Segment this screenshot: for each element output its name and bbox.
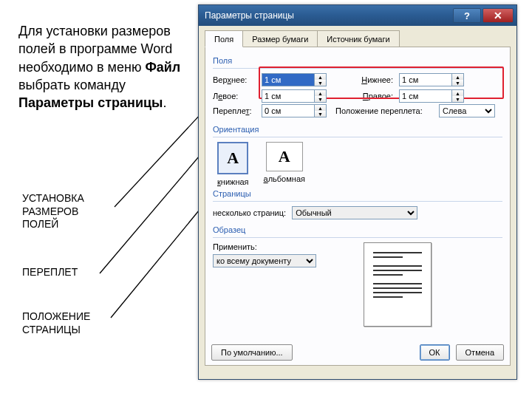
instruction-text: Для установки размеров полей в программе… bbox=[18, 22, 181, 112]
spin-up-icon[interactable]: ▲ bbox=[315, 90, 326, 96]
spin-down-icon[interactable]: ▼ bbox=[315, 96, 326, 102]
callout-margins: УСТАНОВКАРАЗМЕРОВПОЛЕЙ bbox=[22, 192, 84, 231]
default-button[interactable]: По умолчанию... bbox=[211, 344, 293, 361]
titlebar: Параметры страницы ? ✕ bbox=[199, 5, 516, 26]
help-button[interactable]: ? bbox=[453, 8, 481, 23]
margins-grid: Верхнее: ▲▼ Нижнее: ▲▼ Левое: ▲▼ Правое:… bbox=[213, 73, 502, 103]
callout-orientation: ПОЛОЖЕНИЕСТРАНИЦЫ bbox=[22, 310, 90, 336]
label-right: Правое: bbox=[335, 92, 393, 100]
spin-up-icon[interactable]: ▲ bbox=[315, 74, 326, 80]
instr-bold1: Файл bbox=[145, 60, 180, 75]
spin-down-icon[interactable]: ▼ bbox=[315, 80, 326, 86]
gutter-position-select[interactable]: Слева bbox=[439, 104, 495, 117]
cancel-button[interactable]: Отмена bbox=[456, 344, 504, 361]
label-gutter-position: Положение переплета: bbox=[335, 106, 433, 115]
bottom-margin-field[interactable] bbox=[399, 73, 452, 86]
label-bottom: Нижнее: bbox=[335, 75, 393, 84]
spin-down-icon[interactable]: ▼ bbox=[452, 80, 463, 86]
group-sample-label: Образец bbox=[213, 225, 502, 234]
input-bottom-margin[interactable]: ▲▼ bbox=[399, 73, 467, 86]
tab-strip: Поля Размер бумаги Источник бумаги bbox=[199, 26, 516, 47]
orientation-row: A книжная A альбомная bbox=[217, 142, 502, 186]
ok-button[interactable]: ОК bbox=[420, 344, 450, 361]
group-orientation-rule bbox=[213, 137, 502, 137]
orientation-landscape[interactable]: A альбомная bbox=[264, 142, 305, 186]
dialog-button-row: По умолчанию... ОК Отмена bbox=[211, 344, 504, 361]
portrait-caption: книжная bbox=[217, 177, 249, 186]
spin-down-icon[interactable]: ▼ bbox=[315, 111, 326, 117]
sample-area: Применить: ко всему документу bbox=[213, 242, 502, 327]
landscape-caption: альбомная bbox=[264, 174, 305, 183]
tab-panel-fields: Поля Верхнее: ▲▼ Нижнее: ▲▼ Левое: ▲▼ Пр… bbox=[205, 47, 511, 366]
gutter-field[interactable] bbox=[262, 104, 315, 117]
orientation-portrait[interactable]: A книжная bbox=[217, 142, 249, 186]
page-setup-dialog: Параметры страницы ? ✕ Поля Размер бумаг… bbox=[198, 4, 517, 380]
label-apply-to: Применить: bbox=[213, 242, 316, 251]
gutter-row: Переплет: ▲▼ Положение переплета: Слева bbox=[213, 104, 502, 117]
tab-fields[interactable]: Поля bbox=[205, 30, 243, 47]
group-fields-label: Поля bbox=[213, 56, 502, 65]
group-sample-rule bbox=[213, 237, 502, 238]
input-gutter[interactable]: ▲▼ bbox=[262, 104, 330, 117]
select-multiple-pages[interactable]: Обычный bbox=[292, 206, 417, 219]
group-pages-rule bbox=[213, 201, 502, 202]
callout-gutter: ПЕРЕПЛЕТ bbox=[22, 266, 78, 279]
spin-up-icon[interactable]: ▲ bbox=[315, 105, 326, 111]
label-top: Верхнее: bbox=[213, 75, 256, 84]
instr-part3: . bbox=[163, 95, 166, 110]
spin-up-icon[interactable]: ▲ bbox=[452, 74, 463, 80]
landscape-icon: A bbox=[266, 142, 303, 171]
top-margin-field[interactable] bbox=[262, 73, 315, 86]
dialog-title: Параметры страницы bbox=[205, 10, 451, 21]
portrait-icon: A bbox=[217, 142, 248, 174]
group-orientation-label: Ориентация bbox=[213, 125, 502, 134]
apply-column: Применить: ко всему документу bbox=[213, 242, 316, 267]
pages-row: несколько страниц: Обычный bbox=[213, 206, 502, 219]
page-preview bbox=[364, 242, 432, 327]
left-margin-field[interactable] bbox=[262, 89, 315, 103]
select-apply-to[interactable]: ко всему документу bbox=[213, 254, 316, 267]
input-left-margin[interactable]: ▲▼ bbox=[262, 89, 330, 103]
group-pages-label: Страницы bbox=[213, 189, 502, 198]
close-button[interactable]: ✕ bbox=[482, 8, 514, 23]
right-margin-field[interactable] bbox=[399, 89, 452, 103]
instr-part2: выбрать команду bbox=[18, 78, 126, 92]
instr-bold2: Параметры страницы bbox=[18, 95, 163, 110]
label-multiple-pages: несколько страниц: bbox=[213, 208, 286, 217]
label-left: Левое: bbox=[213, 92, 256, 100]
spin-down-icon[interactable]: ▼ bbox=[452, 96, 463, 102]
group-fields-rule bbox=[213, 68, 502, 69]
input-right-margin[interactable]: ▲▼ bbox=[399, 89, 467, 103]
tab-paper-source[interactable]: Источник бумаги bbox=[317, 30, 399, 47]
tab-paper-size[interactable]: Размер бумаги bbox=[242, 30, 318, 47]
select-gutter-position[interactable]: Слева bbox=[439, 104, 495, 117]
spin-up-icon[interactable]: ▲ bbox=[452, 90, 463, 96]
input-top-margin[interactable]: ▲▼ bbox=[262, 73, 330, 86]
label-gutter: Переплет: bbox=[213, 106, 256, 115]
